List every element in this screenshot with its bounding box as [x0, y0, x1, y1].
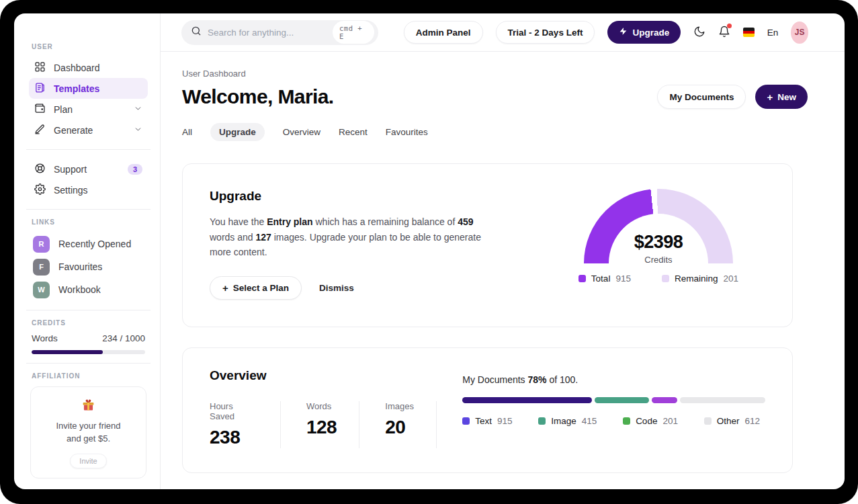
- documents-stacked-bar: [462, 397, 765, 403]
- link-label: Workbook: [58, 284, 101, 295]
- window-frame: USER Dashboard Templates Plan Generate S…: [0, 0, 858, 504]
- overview-card-left: Overview Hours Saved 238 Words 128 Image…: [210, 368, 462, 448]
- breadcrumb: User Dashboard: [182, 69, 793, 79]
- legend-swatch: [662, 275, 669, 282]
- affiliation-card: Invite your friend and get $5. Invite: [30, 386, 146, 478]
- tab-all[interactable]: All: [182, 123, 192, 141]
- plus-icon: +: [767, 92, 773, 102]
- sidebar-item-templates[interactable]: Templates: [29, 78, 148, 99]
- gift-icon: [81, 403, 95, 414]
- sidebar-item-label: Generate: [54, 125, 93, 136]
- sidebar-link-workbook[interactable]: W Workbook: [29, 278, 148, 301]
- legend-swatch: [538, 417, 546, 425]
- lightning-icon: [619, 27, 628, 38]
- language-label[interactable]: En: [767, 28, 779, 38]
- sidebar-item-settings[interactable]: Settings: [29, 179, 148, 200]
- sidebar-link-favourites[interactable]: F Favourites: [29, 255, 148, 278]
- legend-item-other: Other 612: [704, 416, 760, 426]
- sidebar-item-label: Templates: [54, 83, 99, 94]
- sidebar-divider: [26, 310, 151, 310]
- search-input[interactable]: [208, 28, 327, 38]
- bar-segment-code: [652, 397, 677, 403]
- document-icon: [34, 82, 46, 95]
- sidebar-item-label: Dashboard: [54, 62, 100, 73]
- upgrade-card-title: Upgrade: [210, 189, 484, 204]
- bar-segment-text: [462, 397, 592, 403]
- chevron-down-icon: [134, 104, 142, 115]
- sidebar-item-support[interactable]: Support 3: [29, 159, 148, 179]
- plus-icon: +: [222, 283, 228, 293]
- moon-icon: [693, 26, 705, 40]
- upgrade-card-left: Upgrade You have the Entry plan which ha…: [210, 189, 484, 300]
- tab-recent[interactable]: Recent: [339, 123, 368, 141]
- topbar: cmd + E Admin Panel Trial - 2 Days Left …: [161, 13, 845, 52]
- overview-card: Overview Hours Saved 238 Words 128 Image…: [182, 347, 793, 473]
- upgrade-button[interactable]: Upgrade: [607, 21, 681, 44]
- user-avatar[interactable]: JS: [791, 22, 808, 44]
- link-label: Favourites: [58, 261, 102, 272]
- sidebar-link-recently-opened[interactable]: R Recently Opened: [29, 233, 148, 255]
- credits-gauge-legend: Total 915 Remaining 201: [578, 274, 738, 284]
- dashboard-tabs: All Upgrade Overview Recent Favourites: [182, 123, 793, 141]
- legend-item-total: Total 915: [578, 274, 631, 284]
- legend-item-code: Code 201: [623, 416, 678, 426]
- invite-button[interactable]: Invite: [70, 454, 106, 468]
- notifications-button[interactable]: [718, 26, 730, 40]
- new-button[interactable]: + New: [755, 85, 808, 109]
- legend-swatch: [578, 275, 586, 282]
- link-label: Recently Opened: [58, 239, 131, 249]
- legend-swatch: [704, 417, 712, 425]
- credits-value: 234 / 1000: [102, 333, 145, 343]
- app-window: USER Dashboard Templates Plan Generate S…: [14, 13, 845, 489]
- grid-icon: [34, 61, 46, 75]
- sidebar-item-label: Settings: [54, 185, 88, 196]
- documents-bar-legend: Text 915 Image 415 Code 201: [462, 416, 765, 426]
- tab-favourites[interactable]: Favourites: [386, 123, 428, 141]
- notification-dot: [727, 24, 732, 28]
- sidebar-divider: [26, 149, 151, 150]
- link-avatar: W: [33, 282, 50, 298]
- upgrade-card-body: You have the Entry plan which has a rema…: [210, 214, 484, 260]
- documents-progress-section: My Documents 78% of 100. Text 915: [462, 368, 765, 448]
- words-progress-bar: [32, 350, 145, 354]
- legend-item-text: Text 915: [462, 416, 512, 426]
- trial-status-button[interactable]: Trial - 2 Days Left: [496, 21, 595, 44]
- tab-upgrade[interactable]: Upgrade: [210, 123, 265, 141]
- sidebar-item-label: Plan: [54, 104, 73, 115]
- main-area: cmd + E Admin Panel Trial - 2 Days Left …: [161, 13, 845, 489]
- lifebuoy-icon: [34, 163, 46, 176]
- chevron-down-icon: [134, 125, 142, 136]
- dismiss-button[interactable]: Dismiss: [319, 283, 354, 293]
- search-box[interactable]: cmd + E: [181, 20, 378, 45]
- support-count-badge: 3: [128, 164, 142, 175]
- tab-overview[interactable]: Overview: [283, 123, 320, 141]
- legend-item-remaining: Remaining 201: [662, 274, 738, 284]
- select-plan-button[interactable]: + Select a Plan: [210, 276, 302, 300]
- sidebar: USER Dashboard Templates Plan Generate S…: [14, 13, 161, 489]
- link-avatar: R: [33, 236, 50, 253]
- sidebar-item-generate[interactable]: Generate: [29, 120, 148, 140]
- legend-swatch: [623, 417, 630, 425]
- sidebar-section-affiliation-label: AFFILIATION: [32, 372, 148, 380]
- dashboard-content: User Dashboard Welcome, Maria. My Docume…: [161, 52, 845, 489]
- sidebar-item-dashboard[interactable]: Dashboard: [29, 57, 148, 78]
- pencil-icon: [34, 124, 46, 137]
- sidebar-divider: [26, 363, 151, 364]
- overview-card-title: Overview: [210, 368, 462, 383]
- gear-icon: [34, 183, 46, 197]
- credits-gauge-value: $2398: [584, 232, 733, 253]
- sidebar-section-user-label: USER: [32, 43, 148, 50]
- admin-panel-button[interactable]: Admin Panel: [404, 21, 483, 44]
- page-title: Welcome, Maria.: [182, 85, 334, 108]
- stat-words: Words 128: [306, 401, 359, 448]
- sidebar-section-links-label: LINKS: [32, 218, 148, 226]
- sidebar-item-plan[interactable]: Plan: [29, 99, 148, 120]
- dark-mode-toggle[interactable]: [693, 26, 705, 40]
- sidebar-item-label: Support: [54, 164, 87, 175]
- documents-progress-caption: My Documents 78% of 100.: [462, 374, 765, 385]
- language-flag-germany[interactable]: [743, 28, 754, 37]
- stat-hours-saved: Hours Saved 238: [210, 401, 281, 448]
- affiliation-text: Invite your friend and get $5.: [39, 420, 138, 446]
- credits-gauge-label: Credits: [584, 255, 733, 263]
- my-documents-button[interactable]: My Documents: [657, 85, 746, 109]
